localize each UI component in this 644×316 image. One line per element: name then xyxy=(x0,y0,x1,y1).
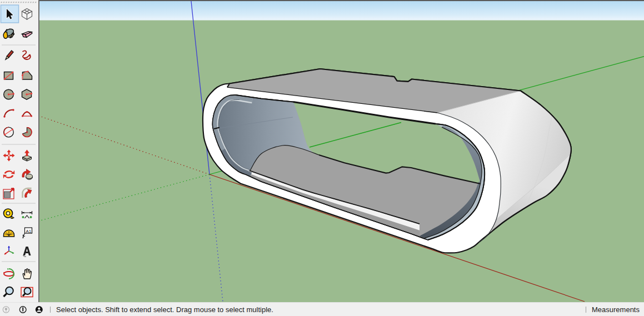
svg-text:A1: A1 xyxy=(26,229,32,234)
